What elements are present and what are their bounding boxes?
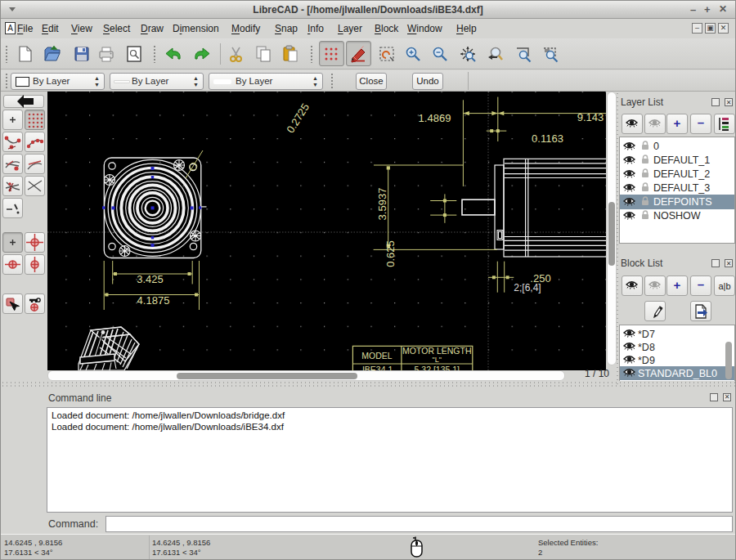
svg-text:1.4869: 1.4869 <box>419 112 451 124</box>
svg-text:IBE34.1: IBE34.1 <box>362 365 393 371</box>
svg-text:3.5937: 3.5937 <box>376 188 388 221</box>
svg-text:STANDARD_BL0: STANDARD_BL0 <box>638 368 717 379</box>
svg-text:9.143: 9.143 <box>577 111 604 123</box>
svg-text:*D8: *D8 <box>638 342 655 353</box>
svg-text:*D7: *D7 <box>638 329 655 340</box>
svg-text:2;[6,4]: 2;[6,4] <box>514 282 541 293</box>
svg-text:MOTOR LENGTH: MOTOR LENGTH <box>402 346 471 356</box>
svg-text:4.1875: 4.1875 <box>137 294 170 307</box>
svg-text:0.1163: 0.1163 <box>532 132 563 145</box>
svg-text:*D9: *D9 <box>638 355 655 366</box>
svg-text:"L": "L" <box>433 356 442 364</box>
svg-text:MODEL: MODEL <box>361 351 393 361</box>
svg-text:–: – <box>698 277 704 291</box>
svg-text:3.425: 3.425 <box>137 273 164 285</box>
svg-text:5.32 [135.1]: 5.32 [135.1] <box>415 365 460 371</box>
svg-text:0.625: 0.625 <box>384 240 397 267</box>
svg-text:+: + <box>674 278 681 292</box>
svg-text:a|b: a|b <box>718 281 730 291</box>
